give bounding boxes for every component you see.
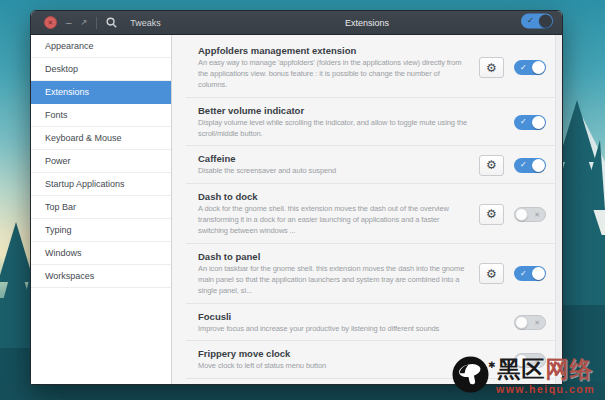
tweaks-window: ✕ – ↗ Tweaks Extensions ✓ Appearance Des…	[30, 10, 563, 385]
extension-row-better-volume-indicator: Better volume indicator Display volume l…	[172, 98, 562, 147]
sidebar-item-workspaces[interactable]: Workspaces	[31, 265, 171, 288]
sidebar-item-label: Fonts	[45, 110, 68, 120]
close-button[interactable]: ✕	[44, 16, 57, 29]
extensions-list: Appfolders management extension An easy …	[172, 35, 562, 385]
extensions-pane: Appfolders management extension An easy …	[172, 35, 562, 385]
scrollbar[interactable]	[555, 35, 562, 385]
sidebar-item-label: Workspaces	[45, 271, 94, 281]
sidebar-item-extensions[interactable]: Extensions	[31, 81, 171, 104]
star-icon: ✱	[488, 360, 496, 370]
extension-description: Improve focus and increase your producti…	[198, 324, 500, 335]
extension-title: Caffeine	[198, 153, 465, 164]
cross-icon: ✕	[534, 211, 540, 218]
watermark-text-red: 网络	[546, 358, 594, 381]
sidebar-item-windows[interactable]: Windows	[31, 242, 171, 265]
toggle-focusli[interactable]: ✕	[514, 315, 546, 330]
toggle-dash-to-dock[interactable]: ✕	[514, 207, 546, 222]
settings-button-dash-to-panel[interactable]: ⚙	[479, 263, 504, 284]
extension-title: Focusli	[198, 311, 500, 322]
settings-gear-icon: ⚙	[486, 62, 497, 74]
sidebar-item-label: Typing	[45, 225, 72, 235]
toggle-knob	[515, 208, 528, 221]
watermark-text-dark: 黑区	[498, 358, 546, 381]
extension-row-dash-to-dock: Dash to dock A dock for the gnome shell.…	[172, 184, 562, 244]
settings-button-dash-to-dock[interactable]: ⚙	[479, 204, 504, 225]
extension-title: Dash to dock	[198, 191, 465, 202]
extension-title: Appfolders management extension	[198, 45, 465, 56]
search-button[interactable]	[106, 17, 117, 28]
heiqu-mushroom-logo	[452, 356, 489, 393]
sidebar-item-label: Windows	[45, 248, 82, 258]
watermark-url: www.heiqu.com	[496, 383, 595, 395]
search-icon	[106, 17, 117, 28]
sidebar-item-startup-applications[interactable]: Startup Applications	[31, 173, 171, 196]
watermark-text: ✱ 黑区 网络	[488, 358, 594, 381]
sidebar: Appearance Desktop Extensions Fonts Keyb…	[31, 35, 172, 385]
sidebar-item-label: Desktop	[45, 64, 78, 74]
settings-gear-icon: ⚙	[486, 159, 497, 171]
sidebar-item-label: Top Bar	[45, 202, 76, 212]
extension-row-dash-to-panel: Dash to panel An icon taskbar for the gn…	[172, 244, 562, 304]
sidebar-item-label: Startup Applications	[45, 179, 125, 189]
sidebar-item-power[interactable]: Power	[31, 150, 171, 173]
sidebar-item-typing[interactable]: Typing	[31, 219, 171, 242]
sidebar-item-top-bar[interactable]: Top Bar	[31, 196, 171, 219]
toggle-dash-to-panel[interactable]: ✓	[514, 266, 546, 281]
maximize-button[interactable]: ↗	[81, 19, 88, 27]
check-icon: ✓	[520, 161, 527, 169]
settings-button-caffeine[interactable]: ⚙	[479, 155, 504, 176]
extension-row-caffeine: Caffeine Disable the screensaver and aut…	[172, 146, 562, 184]
sidebar-item-appearance[interactable]: Appearance	[31, 35, 171, 58]
toggle-better-volume-indicator[interactable]: ✓	[514, 115, 546, 130]
toggle-appfolders-management-extension[interactable]: ✓	[514, 60, 546, 75]
toggle-knob	[532, 159, 545, 172]
settings-button-appfolders-management-extension[interactable]: ⚙	[479, 57, 504, 78]
toggle-knob	[532, 116, 545, 129]
sidebar-item-label: Extensions	[45, 87, 89, 97]
toggle-knob	[539, 14, 552, 27]
cross-icon: ✕	[534, 319, 540, 326]
settings-gear-icon: ⚙	[486, 208, 497, 220]
toggle-knob	[515, 316, 528, 329]
toggle-knob	[532, 61, 545, 74]
sidebar-item-label: Appearance	[45, 41, 94, 51]
extension-description: An easy way to manage 'appfolders' (fold…	[198, 58, 465, 91]
sidebar-item-label: Keyboard & Mouse	[45, 133, 122, 143]
app-title: Tweaks	[130, 18, 161, 28]
header-separator	[96, 17, 97, 29]
sidebar-item-desktop[interactable]: Desktop	[31, 58, 171, 81]
header-left-zone: ✕ – ↗ Tweaks	[31, 16, 172, 29]
extension-title: Better volume indicator	[198, 105, 500, 116]
extension-description: Display volume level while scrolling the…	[198, 118, 500, 140]
settings-gear-icon: ⚙	[486, 268, 497, 280]
header-main-zone: Extensions ✓	[172, 11, 562, 34]
check-icon: ✓	[520, 270, 527, 278]
sidebar-item-keyboard-mouse[interactable]: Keyboard & Mouse	[31, 127, 171, 150]
check-icon: ✓	[520, 64, 527, 72]
page-title: Extensions	[172, 11, 562, 34]
sidebar-item-label: Power	[45, 156, 71, 166]
toggle-caffeine[interactable]: ✓	[514, 158, 546, 173]
check-icon: ✓	[520, 118, 527, 126]
minimize-button[interactable]: –	[66, 18, 72, 28]
extension-description: An icon taskbar for the gnome shell. thi…	[198, 264, 465, 297]
extension-description: Disable the screensaver and auto suspend	[198, 166, 465, 177]
header-bar: ✕ – ↗ Tweaks Extensions ✓	[31, 11, 562, 35]
extension-description: A dock for the gnome shell. this extensi…	[198, 204, 465, 237]
extensions-master-toggle[interactable]: ✓	[521, 13, 553, 28]
toggle-knob	[532, 267, 545, 280]
check-icon: ✓	[527, 17, 534, 25]
extension-row-appfolders-management-extension: Appfolders management extension An easy …	[172, 35, 562, 98]
extension-row-focusli: Focusli Improve focus and increase your …	[172, 304, 562, 342]
watermark: ✱ 黑区 网络 www.heiqu.com	[450, 351, 605, 400]
extension-title: Dash to panel	[198, 251, 465, 262]
close-icon: ✕	[48, 19, 54, 26]
sidebar-item-fonts[interactable]: Fonts	[31, 104, 171, 127]
